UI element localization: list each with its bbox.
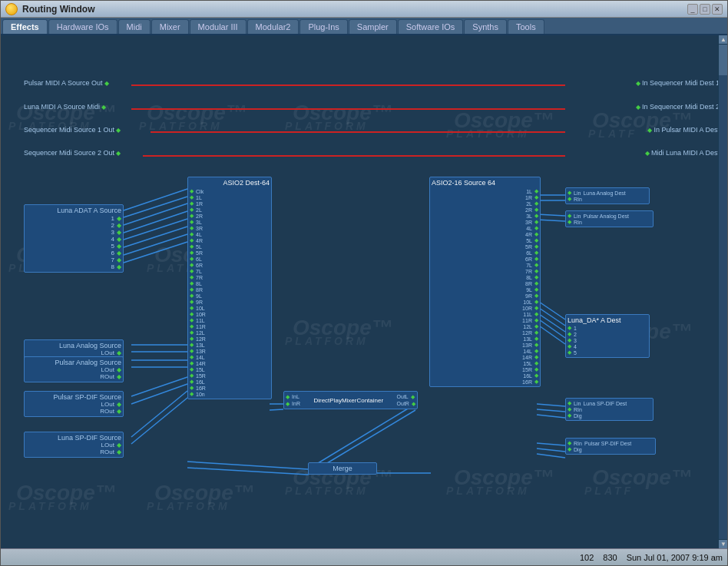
- svg-line-35: [537, 448, 565, 452]
- tab-hardware-ios[interactable]: Hardware IOs: [48, 19, 117, 34]
- close-button[interactable]: ✕: [712, 4, 723, 15]
- main-window: Routing Window _ □ ✕ Effects Hardware IO…: [0, 0, 728, 566]
- scrollbar-thumb[interactable]: [719, 45, 727, 75]
- merge-box: Merge: [308, 462, 377, 475]
- asio2-3r: ◆ 3R: [190, 225, 270, 231]
- tab-sampler[interactable]: Sampler: [349, 19, 397, 34]
- watermark-3: Oscope™: [293, 101, 393, 125]
- asio16-14l: 14L ◆: [432, 348, 538, 354]
- svg-line-8: [124, 219, 187, 240]
- asio16-4r: 4R ◆: [432, 231, 538, 237]
- luna-spdif-lout: LOut ◆: [26, 442, 121, 448]
- asio16-2r: 2R ◆: [432, 207, 538, 213]
- directplay-in-ports: ◆ InL ◆ InR: [286, 393, 300, 407]
- asio16-1l: 1L ◆: [432, 188, 538, 194]
- asio2-11l: ◆ 11L: [190, 317, 270, 323]
- tab-synths[interactable]: Synths: [464, 19, 507, 34]
- luna-analog-lout: LOut ◆: [26, 349, 121, 356]
- asio2-12l: ◆ 12L: [190, 329, 270, 336]
- tab-modular3[interactable]: Modular III: [190, 19, 247, 34]
- directplay-inl: ◆ InL: [286, 393, 300, 400]
- svg-line-6: [124, 204, 187, 225]
- asio16-16r: 16R ◆: [432, 379, 538, 385]
- window-controls: _ □ ✕: [687, 4, 723, 15]
- asio16-6r: 6R ◆: [432, 256, 538, 262]
- asio2-2l: ◆ 2L: [190, 207, 270, 213]
- directplay-outr: OutR ◆: [397, 400, 415, 407]
- asio2-10r: ◆ 10R: [190, 311, 270, 317]
- seq-dest-2-in-indicator: ◆: [636, 104, 640, 111]
- tab-plugins[interactable]: Plug-Ins: [299, 19, 347, 34]
- watermark-platform-10: PLATFORM: [8, 500, 92, 512]
- asio2-12r: ◆ 12R: [190, 336, 270, 342]
- svg-line-17: [131, 384, 187, 404]
- tab-effects[interactable]: Effects: [2, 19, 48, 34]
- luna-spdif-source-title: Luna SP-DIF Source: [26, 434, 121, 442]
- asio2-11r: ◆ 11R: [190, 323, 270, 329]
- asio2-6l: ◆ 6L: [190, 256, 270, 262]
- luna-spdif-dest-rin: ◆ RIn: [568, 406, 651, 412]
- svg-line-11: [124, 242, 187, 263]
- watermark-platform-2: PLATFORM: [139, 120, 223, 132]
- seq-midi-source-2: Sequencer Midi Source 2 Out ◆: [24, 149, 121, 157]
- svg-line-32: [537, 409, 565, 412]
- asio2-15r: ◆ 15R: [190, 372, 270, 379]
- asio2-dest-box: ASIO2 Dest-64 ◆ Clk ◆ 1L ◆ 1R ◆ 2L ◆ 2R …: [187, 177, 272, 399]
- pulsar-spdif-rout: ROut ◆: [26, 408, 121, 415]
- directplay-inr: ◆ InR: [286, 400, 300, 407]
- luna-dat-dest-box: Luna_DA* A Dest ◆ 1 ◆ 2 ◆ 3 ◆ 4 ◆ 5: [565, 314, 650, 358]
- tab-software-ios[interactable]: Software IOs: [398, 19, 464, 34]
- pulsar-midi-out-indicator: ◆: [104, 80, 109, 87]
- asio2-8r: ◆ 8R: [190, 286, 270, 293]
- directplay-content: ◆ InL ◆ InR DirectPlayMixerContainer Out…: [286, 393, 415, 407]
- watermark-platform-5: PLATF: [588, 127, 637, 140]
- maximize-button[interactable]: □: [700, 4, 710, 15]
- asio16-9r: 9R ◆: [432, 293, 538, 299]
- luna-spdif-dest-lin: ◆ Lin Luna SP-DIF Dest: [568, 400, 651, 406]
- luna-dest-in-indicator: ◆: [645, 150, 650, 157]
- seq-midi-dest-2: ◆ In Sequencer Midi Dest 2: [636, 103, 720, 111]
- asio2-10n: ◆ 10n: [190, 391, 270, 397]
- tab-modular2[interactable]: Modular2: [247, 19, 299, 34]
- scrollbar-down-button[interactable]: ▼: [719, 539, 727, 548]
- asio2-4l: ◆ 4L: [190, 231, 270, 237]
- seq-midi-source-1-label: Sequencer Midi Source 1 Out: [24, 126, 114, 134]
- watermark-2: Oscope™: [147, 101, 247, 125]
- minimize-button[interactable]: _: [687, 4, 698, 15]
- svg-line-9: [124, 227, 187, 247]
- pulsar-midi-source: Pulsar MIDI A Source Out ◆: [24, 79, 109, 87]
- scrollbar-vertical[interactable]: ▲ ▼: [718, 35, 727, 548]
- status-num1: 102: [580, 553, 594, 562]
- luna-dat-5: ◆ 5: [568, 349, 647, 356]
- asio2-clk: ◆ Clk: [190, 188, 270, 194]
- watermark-8: Oscope™: [293, 316, 393, 340]
- tab-midi[interactable]: Midi: [118, 19, 151, 34]
- asio16-title: ASIO2-16 Source 64: [432, 179, 538, 188]
- asio2-16l: ◆ 16L: [190, 379, 270, 385]
- luna-midi-source: Luna MIDI A Source Midi ◆: [24, 103, 106, 111]
- asio2-5l: ◆ 5L: [190, 243, 270, 250]
- asio16-6l: 6L ◆: [432, 250, 538, 256]
- luna-adat-source-box: Luna ADAT A Source 1 ◆ 2 ◆ 3 ◆ 4 ◆ 5 ◆ 6…: [24, 204, 124, 273]
- tab-tools[interactable]: Tools: [508, 19, 544, 34]
- scrollbar-up-button[interactable]: ▲: [719, 35, 727, 45]
- svg-line-34: [537, 443, 565, 445]
- asio16-7r: 7R ◆: [432, 268, 538, 274]
- seq-midi-source-2-label: Sequencer Midi Source 2 Out: [24, 149, 114, 157]
- watermark-4: Oscope™: [454, 108, 554, 133]
- svg-line-36: [537, 454, 565, 458]
- pulsar-spdif-source-box: Pulsar SP-DIF Source LOut ◆ ROut ◆: [24, 391, 124, 417]
- status-datetime: Sun Jul 01, 2007 9:19 am: [627, 553, 723, 562]
- svg-line-5: [124, 197, 187, 217]
- asio16-10r: 10R ◆: [432, 305, 538, 311]
- seq-dest-1-in-indicator: ◆: [636, 80, 640, 87]
- svg-line-16: [131, 377, 187, 396]
- asio16-14r: 14R ◆: [432, 354, 538, 360]
- pulsar-analog-rout: ROut ◆: [26, 373, 121, 380]
- pulsar-dest-in-indicator: ◆: [647, 127, 652, 134]
- tab-mixer[interactable]: Mixer: [151, 19, 189, 34]
- asio16-8l: 8L ◆: [432, 274, 538, 280]
- luna-spdif-source-box: Luna SP-DIF Source LOut ◆ ROut ◆: [24, 432, 124, 458]
- watermark-platform-13: PLATFORM: [446, 485, 530, 497]
- pulsar-spdif-source-title: Pulsar SP-DIF Source: [26, 393, 121, 401]
